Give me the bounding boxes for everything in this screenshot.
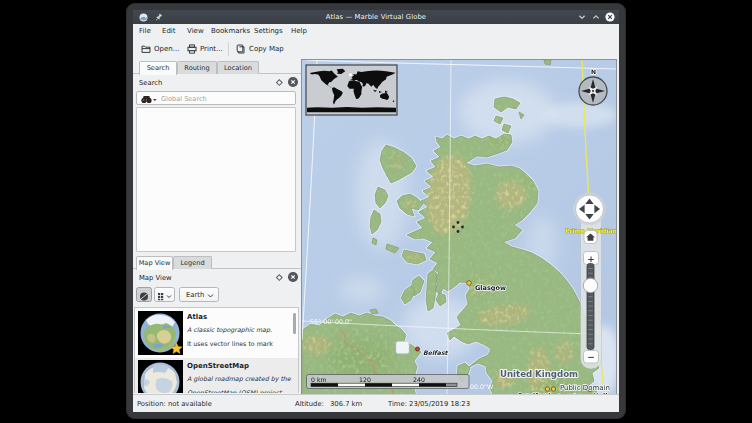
attribution-label: Public Domain [560,384,610,392]
print-button[interactable]: Print... [187,41,223,57]
window-title: Atlas — Marble Virtual Globe [133,13,619,21]
atlas-thumbnail [138,311,183,355]
scalebar-mid: 120 [359,376,371,383]
menu-help[interactable]: Help [291,27,307,35]
theme-row-atlas[interactable]: Atlas A classic topographic map. It uses… [135,309,298,358]
grid-icon [158,293,163,300]
tab-map-view[interactable]: Map View [136,256,173,270]
tab-location[interactable]: Location [217,61,259,74]
leeds-marker [551,387,555,391]
zoom-slider-handle[interactable] [583,278,597,292]
projection-button[interactable] [136,287,152,302]
printer-icon [187,44,197,54]
scalebar: 0 km 120 240 [307,375,470,389]
status-time: Time: 23/05/2019 18:23 [388,400,470,408]
tab-legend[interactable]: Legend [173,256,212,269]
scalebar-zero: 0 km [311,376,327,383]
print-label: Print... [200,45,223,53]
copy-map-label: Copy Map [249,45,284,53]
chevron-down-icon [207,293,214,299]
theme-desc: A global roadmap created by the [187,375,291,382]
scalebar-max: 240 [413,376,425,383]
city-label-belfast: Belfast [423,349,449,356]
marble-window: Atlas — Marble Virtual Globe File Edit V… [133,10,619,412]
top-tabbar: Search Routing Location [133,61,301,74]
search-input[interactable]: Global Search [136,91,296,105]
city-label-glasgow: Glasgow [475,284,506,292]
bottom-tabbar: Map View Legend [133,256,301,269]
theme-name: Atlas [187,313,207,321]
copy-map-button[interactable]: Copy Map [236,41,284,57]
statusbar: Position: not available Altitude: 306.7 … [133,394,619,412]
longitude-label: 00.0"W [470,383,494,390]
tab-search[interactable]: Search [139,61,177,75]
list-scrollbar[interactable] [293,313,296,334]
menubar: File Edit View Bookmarks Settings Help [133,24,619,38]
search-panel-header: Search [133,75,301,90]
theme-name: OpenStreetMap [187,362,249,370]
lough-neagh [396,342,409,354]
menu-bookmarks[interactable]: Bookmarks [211,27,250,35]
menu-settings[interactable]: Settings [254,27,283,35]
open-label: Open... [154,45,179,53]
plus-icon[interactable]: + [587,254,595,264]
toolbar-separator [228,42,229,56]
latitude-label: 55° 00' 00.0" [310,318,352,325]
titlebar[interactable]: Atlas — Marble Virtual Globe [133,10,619,24]
map-canvas[interactable]: 55° 00' 00.0" 00.0"W Glasgow Belfast Bra… [301,59,617,395]
search-panel-title: Search [139,79,162,87]
celestial-body-button[interactable] [154,287,175,302]
maximize-button[interactable] [591,12,601,22]
close-panel-icon[interactable] [288,272,298,282]
bradford-marker [545,387,549,391]
mapview-panel-header: Map View [133,270,301,285]
globe-projection-icon [137,290,151,303]
osm-thumbnail [138,360,183,393]
minimize-button[interactable] [577,12,587,22]
belfast-marker [416,347,420,351]
toolbar: Open... Print... Copy Map [133,38,619,60]
compass-north-label: N [591,68,596,75]
status-position: Position: not available [137,400,212,408]
minus-icon[interactable]: − [587,352,595,362]
menu-file[interactable]: File [139,27,151,35]
menu-view[interactable]: View [187,27,204,35]
chevron-down-icon [167,296,171,298]
status-altitude-label: Altitude: [295,400,324,408]
search-results-list[interactable] [136,107,296,252]
overview-map[interactable] [306,65,397,115]
close-panel-icon[interactable] [288,77,298,87]
search-placeholder: Global Search [161,95,207,103]
mapview-panel-title: Map View [139,274,172,282]
celestial-body-select[interactable]: Earth [179,287,219,302]
binoculars-icon[interactable] [141,95,157,104]
overview-position-dot [349,73,352,76]
open-button[interactable]: Open... [141,41,179,57]
map-theme-list: Atlas A classic topographic map. It uses… [134,307,299,393]
theme-desc: OpenStreetMap (OSM) project. [187,389,283,393]
celestial-body-value: Earth [186,291,204,299]
status-altitude-value: 306.7 km [330,400,362,408]
theme-row-openstreetmap[interactable]: OpenStreetMap A global roadmap created b… [135,358,298,393]
theme-desc: It uses vector lines to mark [187,340,273,347]
favorite-star-icon [170,342,183,355]
country-label: United Kingdom [500,369,578,379]
float-panel-icon[interactable] [276,274,282,280]
copy-icon [236,44,246,54]
float-panel-icon[interactable] [276,79,282,85]
theme-desc: A classic topographic map. [187,326,272,333]
folder-icon [141,44,151,54]
glasgow-marker [467,281,472,286]
close-button[interactable] [605,12,615,22]
tab-routing[interactable]: Routing [177,61,217,74]
menu-edit[interactable]: Edit [162,27,176,35]
side-panel: Search Routing Location Search Global Se… [133,60,301,393]
